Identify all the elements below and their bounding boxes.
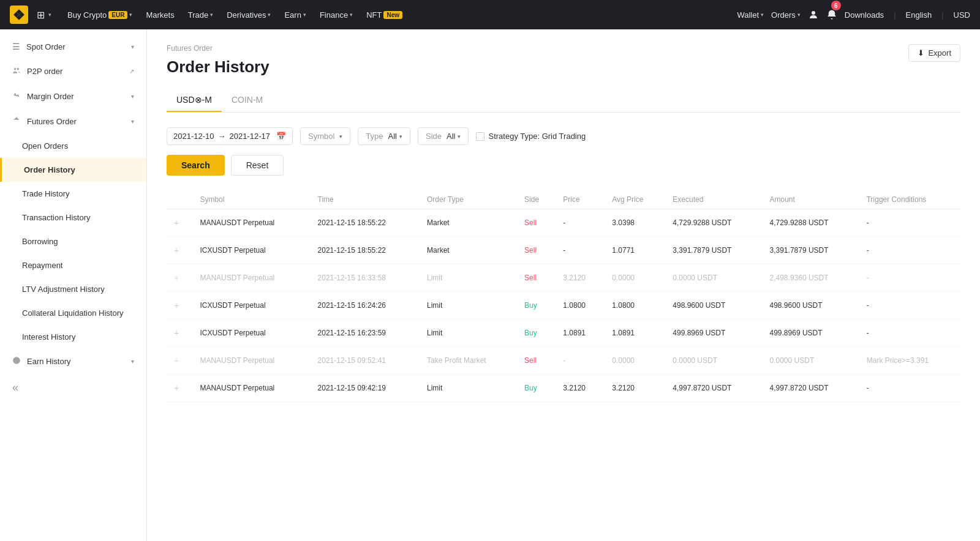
strategy-type-checkbox[interactable]: Strategy Type: Grid Trading [476, 132, 586, 141]
top-navigation: ⊞ ▾ Buy Crypto EUR ▾ Markets Trade ▾ Der… [0, 0, 980, 29]
expand-cell[interactable]: + [167, 319, 192, 347]
avg-price-cell: 1.0800 [605, 292, 665, 319]
sidebar-item-repayment[interactable]: Repayment [0, 253, 146, 277]
orders-table-wrap: Symbol Time Order Type Side Price Avg Pr… [167, 190, 960, 402]
derivatives-caret-icon: ▾ [268, 12, 271, 18]
col-symbol: Symbol [192, 190, 310, 209]
nav-currency[interactable]: USD [954, 10, 970, 20]
svg-point-5 [14, 68, 17, 70]
sidebar-item-p2p-order[interactable]: P2P order ↗ [0, 59, 146, 84]
col-amount: Amount [763, 190, 859, 209]
nav-language[interactable]: English [906, 10, 932, 20]
side-filter[interactable]: Side All ▾ [418, 127, 469, 145]
nav-orders[interactable]: Orders ▾ [771, 10, 801, 20]
price-cell: - [556, 237, 605, 264]
expand-cell[interactable]: + [167, 209, 192, 237]
nav-trade[interactable]: Trade ▾ [182, 8, 219, 22]
main-layout: ☰ Spot Order ▾ P2P order ↗ Margin Order [0, 29, 980, 541]
expand-cell[interactable]: + [167, 347, 192, 375]
symbol-cell: MANAUSDT Perpetual [192, 209, 310, 237]
nav-wallet[interactable]: Wallet ▾ [737, 10, 764, 20]
expand-cell[interactable]: + [167, 292, 192, 319]
side-cell: Sell [517, 264, 556, 292]
order-type-cell: Limit [420, 319, 517, 347]
download-icon: ⬇ [918, 48, 924, 58]
expand-cell[interactable]: + [167, 375, 192, 402]
margin-order-caret-icon: ▾ [131, 93, 134, 100]
amount-cell: 0.0000 USDT [763, 347, 859, 375]
sidebar-item-trade-history[interactable]: Trade History [0, 182, 146, 206]
tab-usd-m[interactable]: USD⊗-M [167, 89, 222, 112]
futures-order-caret-icon: ▾ [131, 118, 134, 125]
amount-cell: 2,498.9360 USDT [763, 264, 859, 292]
sidebar-item-interest-history[interactable]: Interest History [0, 325, 146, 349]
buy-crypto-caret-icon: ▾ [129, 12, 132, 18]
order-type-cell: Take Profit Market [420, 347, 517, 375]
table-header: Symbol Time Order Type Side Price Avg Pr… [167, 190, 960, 209]
sidebar-item-borrowing[interactable]: Borrowing [0, 229, 146, 253]
nav-finance[interactable]: Finance ▾ [314, 8, 359, 22]
sidebar-item-margin-order[interactable]: Margin Order ▾ [0, 84, 146, 109]
tab-coin-m[interactable]: COIN-M [222, 89, 273, 112]
sidebar-item-open-orders[interactable]: Open Orders [0, 134, 146, 158]
order-type-cell: Market [420, 209, 517, 237]
grid-menu-icon[interactable]: ⊞ [33, 7, 48, 23]
sidebar-item-spot-order[interactable]: ☰ Spot Order ▾ [0, 34, 146, 59]
earn-caret-icon: ▾ [303, 12, 306, 18]
table-row: + MANAUSDT Perpetual 2021-12-15 09:42:19… [167, 375, 960, 402]
sidebar-item-order-history[interactable]: Order History [0, 158, 146, 182]
amount-cell: 4,729.9288 USDT [763, 209, 859, 237]
nav-downloads[interactable]: Downloads [845, 10, 884, 20]
trade-caret-icon: ▾ [210, 12, 213, 18]
amount-cell: 3,391.7879 USDT [763, 237, 859, 264]
type-filter[interactable]: Type All ▾ [358, 127, 410, 145]
sidebar-item-transaction-history[interactable]: Transaction History [0, 206, 146, 229]
logo[interactable] [10, 6, 28, 24]
page-title: Order History [167, 58, 960, 76]
table-row: + MANAUSDT Perpetual 2021-12-15 16:33:58… [167, 264, 960, 292]
sidebar-item-ltv-adjustment[interactable]: LTV Adjustment History [0, 277, 146, 301]
notification-badge: 6 [831, 1, 841, 10]
table-row: + ICXUSDT Perpetual 2021-12-15 16:24:26 … [167, 292, 960, 319]
futures-icon [12, 116, 21, 127]
amount-cell: 498.9600 USDT [763, 292, 859, 319]
date-range-picker[interactable]: 2021-12-10 → 2021-12-17 📅 [167, 127, 293, 145]
sidebar-collapse-button[interactable]: « [0, 374, 146, 401]
avg-price-cell: 0.0000 [605, 264, 665, 292]
search-button[interactable]: Search [167, 155, 225, 176]
export-button[interactable]: ⬇ Export [908, 44, 960, 62]
col-expand [167, 190, 192, 209]
nav-markets[interactable]: Markets [140, 8, 180, 22]
filters-row: 2021-12-10 → 2021-12-17 📅 Symbol ▾ Type … [167, 127, 960, 145]
calendar-icon: 📅 [276, 132, 286, 141]
side-cell: Sell [517, 347, 556, 375]
sidebar: ☰ Spot Order ▾ P2P order ↗ Margin Order [0, 29, 147, 541]
nav-nft[interactable]: NFT New [360, 8, 409, 22]
symbol-cell: ICXUSDT Perpetual [192, 237, 310, 264]
order-type-cell: Limit [420, 375, 517, 402]
nav-user-icon[interactable] [808, 9, 819, 20]
nav-derivatives[interactable]: Derivatives ▾ [221, 8, 277, 22]
expand-cell[interactable]: + [167, 264, 192, 292]
nav-notifications[interactable]: 6 [826, 9, 837, 20]
sidebar-item-earn-history[interactable]: Earn History ▾ [0, 349, 146, 374]
sidebar-item-collateral-liquidation[interactable]: Collateral Liquidation History [0, 301, 146, 325]
date-to: 2021-12-17 [230, 132, 271, 141]
side-cell: Buy [517, 292, 556, 319]
price-cell: - [556, 347, 605, 375]
reset-button[interactable]: Reset [231, 155, 284, 176]
executed-cell: 4,729.9288 USDT [665, 209, 762, 237]
avg-price-cell: 1.0771 [605, 237, 665, 264]
executed-cell: 499.8969 USDT [665, 319, 762, 347]
sidebar-item-futures-order[interactable]: Futures Order ▾ [0, 109, 146, 134]
nav-earn[interactable]: Earn ▾ [278, 8, 312, 22]
nav-buy-crypto[interactable]: Buy Crypto EUR ▾ [61, 8, 138, 22]
price-cell: 1.0800 [556, 292, 605, 319]
expand-cell[interactable]: + [167, 237, 192, 264]
avg-price-cell: 3.0398 [605, 209, 665, 237]
avg-price-cell: 1.0891 [605, 319, 665, 347]
symbol-filter[interactable]: Symbol ▾ [300, 127, 350, 145]
finance-caret-icon: ▾ [350, 12, 353, 18]
avg-price-cell: 0.0000 [605, 347, 665, 375]
avg-price-cell: 3.2120 [605, 375, 665, 402]
